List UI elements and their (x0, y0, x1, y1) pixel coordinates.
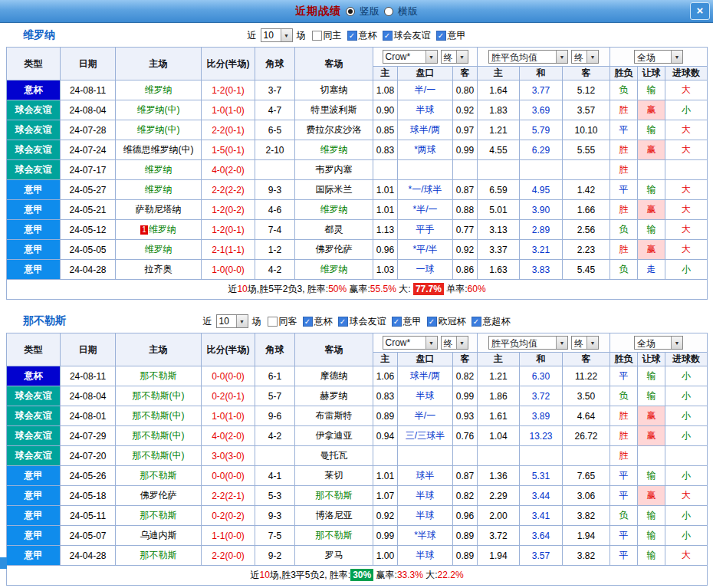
asian-away-odds: 0.93 (453, 406, 478, 426)
euro-draw-odds: 3.83 (520, 260, 563, 280)
checkbox-label: 欧冠杯 (439, 315, 466, 328)
match-date: 24-05-12 (61, 220, 116, 240)
asian-away-odds: 0.89 (453, 546, 478, 566)
goals-cell (665, 160, 708, 180)
handicap-cell: 球半/两 (398, 366, 453, 386)
checkbox-checked-icon[interactable]: ✓ (472, 317, 481, 327)
corner-cell: 2-10 (255, 140, 295, 160)
chevron-down-icon: ▼ (236, 315, 248, 327)
radio-horizontal-layout[interactable] (384, 7, 393, 16)
odds-average-select[interactable]: 胜平负均值▼ (488, 50, 568, 64)
close-button[interactable]: × (690, 2, 710, 20)
filter-bar: 近 10▼ 场 同客✓意杯✓球会友谊✓意甲✓欧冠杯✓意超杯 (203, 314, 511, 328)
corner-cell: 7-4 (255, 220, 295, 240)
asian-home-odds: 0.85 (373, 120, 398, 140)
euro-odds-controls: 胜平负均值▼终▼ (478, 333, 610, 353)
away-team-cell: 韦罗内塞 (295, 160, 373, 180)
bookmaker-select[interactable]: Crow*▼ (383, 336, 438, 350)
asian-home-odds: 1.01 (373, 180, 398, 200)
match-type-badge: 意甲 (7, 486, 61, 506)
checkbox-checked-icon[interactable]: ✓ (383, 31, 393, 41)
score-cell: 0-0(0-0) (202, 366, 255, 386)
red-card-badge: 1 (140, 225, 148, 235)
away-team-name: 都灵 (325, 224, 343, 235)
column-header-type: 类型 (7, 48, 61, 80)
handicap-cell: 半球 (398, 546, 453, 566)
column-header-handicap: 盘口 (398, 353, 453, 366)
filter-checkbox-item[interactable]: ✓意甲 (392, 315, 422, 328)
euro-home-odds: 1.64 (478, 80, 520, 100)
filter-checkbox-item[interactable]: ✓意超杯 (472, 315, 511, 328)
result-cell: 胜 (610, 426, 638, 446)
recent-count-select[interactable]: 10▼ (261, 28, 293, 42)
column-header-euro-home: 主 (478, 353, 520, 366)
euro-stage-select[interactable]: 终▼ (571, 50, 599, 64)
checkbox-checked-icon[interactable]: ✓ (436, 31, 446, 41)
away-team-name: 莱切 (325, 470, 343, 481)
match-row: 意杯24-08-11维罗纳1-2(0-1)3-7切塞纳1.08半/一0.801.… (7, 80, 708, 100)
summary-segment: 60% (468, 284, 486, 294)
checkbox-unchecked-icon[interactable] (268, 317, 278, 327)
asian-away-odds: 0.87 (453, 180, 478, 200)
away-team-cell: 罗马 (295, 546, 373, 566)
score-cell: 1-0(0-0) (202, 260, 255, 280)
goals-cell: 小 (665, 426, 708, 446)
odds-average-select[interactable]: 胜平负均值▼ (488, 336, 568, 350)
bookmaker-select[interactable]: Crow*▼ (383, 50, 438, 64)
match-date: 24-07-20 (61, 446, 116, 466)
titlebar: 近期战绩 竖版 横版 × (0, 0, 713, 23)
checkbox-unchecked-icon[interactable] (312, 31, 322, 41)
column-header-result: 胜负 (610, 353, 638, 366)
filter-checkbox-item[interactable]: 同客 (268, 315, 297, 328)
filter-checkbox-item[interactable]: ✓意甲 (436, 29, 466, 42)
away-team-cell: 那不勒斯 (295, 486, 373, 506)
match-row: 意甲24-04-28那不勒斯2-2(0-0)9-2罗马1.00半球0.891.9… (7, 546, 708, 566)
match-row: 意甲24-05-21萨勒尼塔纳1-2(0-2)4-6维罗纳1.01*半/一0.8… (7, 200, 708, 220)
handicap-cell: 半球 (398, 486, 453, 506)
filter-checkbox-item[interactable]: ✓欧冠杯 (427, 315, 466, 328)
asian-stage-select[interactable]: 终▼ (441, 336, 468, 350)
column-header-asian-home: 主 (373, 353, 398, 366)
asian-home-odds: 1.06 (373, 366, 398, 386)
filter-checkbox-item[interactable]: ✓意杯 (347, 29, 377, 42)
column-header-home: 主场 (116, 48, 202, 80)
euro-stage-select[interactable]: 终▼ (571, 336, 599, 350)
euro-away-odds: 1.94 (563, 526, 610, 546)
radio-vertical-layout[interactable] (346, 7, 355, 16)
checkbox-checked-icon[interactable]: ✓ (392, 317, 402, 327)
home-team-name: 维罗纳 (145, 244, 172, 255)
result-cell: 胜 (610, 406, 638, 426)
column-header-date: 日期 (61, 48, 116, 80)
filter-checkbox-item[interactable]: ✓球会友谊 (338, 315, 386, 328)
home-team-cell: 维罗纳 (116, 160, 202, 180)
recent-count-select[interactable]: 10▼ (216, 314, 248, 328)
score-cell: 0-2(0-2) (202, 506, 255, 526)
bookmaker-select-value: Crow* (383, 51, 426, 63)
home-team-name: 那不勒斯(中) (133, 450, 185, 461)
checkbox-checked-icon[interactable]: ✓ (338, 317, 348, 327)
checkbox-checked-icon[interactable]: ✓ (347, 31, 357, 41)
results-table-napoli: 类型 日期 主场 比分(半场) 角球 客场 Crow*▼终▼ 胜平负均值▼终▼ … (6, 333, 708, 586)
score-cell: 1-2(0-2) (202, 200, 255, 220)
filter-checkbox-item[interactable]: ✓球会友谊 (383, 29, 431, 42)
filter-checkbox-item[interactable]: 同主 (312, 29, 342, 42)
filter-checkbox-item[interactable]: ✓意杯 (303, 315, 333, 328)
bookmaker-select-value: Crow* (383, 337, 426, 349)
checkbox-checked-icon[interactable]: ✓ (427, 317, 437, 327)
radio-vertical-label: 竖版 (360, 5, 380, 18)
goals-cell: 小 (665, 386, 708, 406)
asian-odds-controls: Crow*▼终▼ (373, 333, 478, 353)
scope-select[interactable]: 全场▼ (634, 336, 683, 350)
match-row: 球会友谊24-07-29那不勒斯(中)4-0(2-0)4-2伊拿迪亚0.94三/… (7, 426, 708, 446)
match-date: 24-08-11 (61, 80, 116, 100)
away-team-name: 切塞纳 (320, 84, 348, 95)
goals-cell: 小 (665, 366, 708, 386)
scope-select[interactable]: 全场▼ (634, 50, 683, 64)
away-team-cell: 摩德纳 (295, 366, 373, 386)
checkbox-checked-icon[interactable]: ✓ (303, 317, 313, 327)
match-type-badge: 球会友谊 (7, 140, 61, 160)
goals-cell: 小 (665, 526, 708, 546)
away-team-name: 国际米兰 (316, 184, 353, 195)
handicap-cell: 一球 (398, 260, 453, 280)
asian-stage-select[interactable]: 终▼ (441, 50, 468, 64)
